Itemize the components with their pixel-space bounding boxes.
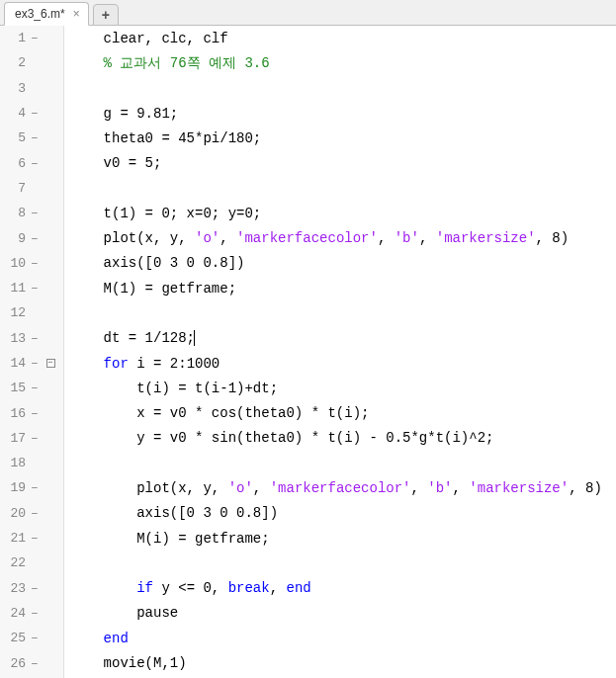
gutter-line[interactable]: 22 bbox=[0, 551, 63, 575]
code-line[interactable]: t(1) = 0; x=0; y=0; bbox=[70, 201, 616, 225]
code-token-plain: M(i) = getframe; bbox=[70, 531, 270, 547]
gutter-line[interactable]: 21– bbox=[0, 526, 63, 551]
code-token-plain: , bbox=[453, 480, 470, 496]
code-token-plain: , bbox=[253, 480, 270, 496]
executable-marker: – bbox=[26, 631, 44, 645]
executable-marker: – bbox=[26, 256, 44, 271]
gutter-line[interactable]: 14–− bbox=[0, 351, 63, 376]
code-line[interactable] bbox=[70, 451, 616, 475]
file-tab[interactable]: ex3_6.m* × bbox=[4, 2, 89, 26]
gutter-line[interactable]: 13– bbox=[0, 326, 63, 351]
gutter-line[interactable]: 18 bbox=[0, 451, 63, 475]
code-token-plain bbox=[70, 631, 104, 646]
code-line[interactable]: pause bbox=[70, 601, 616, 626]
line-number: 25 bbox=[0, 631, 26, 645]
code-line[interactable]: t(i) = t(i-1)+dt; bbox=[70, 376, 616, 400]
line-number: 15 bbox=[0, 381, 26, 395]
gutter-line[interactable]: 20– bbox=[0, 501, 63, 526]
code-line[interactable]: g = 9.81; bbox=[70, 101, 616, 126]
code-token-plain: y <= 0, bbox=[153, 580, 228, 596]
code-token-plain: clear, clc, clf bbox=[70, 31, 228, 46]
executable-marker: – bbox=[26, 480, 44, 495]
new-tab-button[interactable]: + bbox=[93, 4, 119, 26]
line-number: 8 bbox=[0, 206, 26, 220]
gutter-line[interactable]: 25– bbox=[0, 626, 63, 650]
code-token-plain: , 8) bbox=[536, 230, 570, 246]
gutter-line[interactable]: 7 bbox=[0, 176, 63, 201]
code-token-keyword: end bbox=[104, 631, 129, 646]
gutter-line[interactable]: 19– bbox=[0, 475, 63, 500]
line-number: 13 bbox=[0, 331, 26, 346]
code-token-plain: , bbox=[220, 230, 236, 246]
code-line[interactable]: M(1) = getframe; bbox=[70, 276, 616, 300]
code-line[interactable] bbox=[70, 76, 616, 101]
gutter-line[interactable]: 12 bbox=[0, 300, 63, 325]
gutter-line[interactable]: 3 bbox=[0, 76, 63, 101]
gutter-line[interactable]: 16– bbox=[0, 400, 63, 425]
gutter-line[interactable]: 9– bbox=[0, 225, 63, 250]
gutter-line[interactable]: 1– bbox=[0, 26, 63, 50]
line-number: 17 bbox=[0, 431, 26, 446]
gutter-line[interactable]: 23– bbox=[0, 576, 63, 601]
code-line[interactable]: movie(M,1) bbox=[70, 650, 616, 675]
code-token-plain: t(1) = 0; x=0; y=0; bbox=[70, 206, 261, 221]
executable-marker: – bbox=[26, 606, 44, 621]
code-editor[interactable]: 1–234–5–6–78–9–10–11–1213–14–−15–16–17–1… bbox=[0, 26, 616, 678]
code-line[interactable]: y = v0 * sin(theta0) * t(i) - 0.5*g*t(i)… bbox=[70, 426, 616, 451]
code-area[interactable]: clear, clc, clf % 교과서 76쪽 예제 3.6 g = 9.8… bbox=[64, 26, 616, 678]
code-token-comment: % 교과서 76쪽 예제 3.6 bbox=[70, 54, 270, 72]
code-line[interactable]: clear, clc, clf bbox=[70, 26, 616, 50]
code-line[interactable]: axis([0 3 0 0.8]) bbox=[70, 251, 616, 276]
code-token-plain: theta0 = 45*pi/180; bbox=[70, 130, 261, 146]
code-line[interactable]: plot(x, y, 'o', 'markerfacecolor', 'b', … bbox=[70, 225, 616, 250]
gutter-line[interactable]: 26– bbox=[0, 650, 63, 675]
code-line[interactable]: v0 = 5; bbox=[70, 150, 616, 175]
code-line[interactable] bbox=[70, 300, 616, 325]
line-number: 21 bbox=[0, 531, 26, 546]
fold-control[interactable]: − bbox=[44, 359, 57, 368]
code-token-string: 'o' bbox=[195, 230, 220, 246]
gutter-line[interactable]: 5– bbox=[0, 126, 63, 150]
code-token-plain: g = 9.81; bbox=[70, 106, 178, 122]
close-icon[interactable]: × bbox=[73, 8, 80, 20]
code-line[interactable]: % 교과서 76쪽 예제 3.6 bbox=[70, 50, 616, 75]
code-token-string: 'markersize' bbox=[469, 480, 569, 496]
executable-marker: – bbox=[26, 356, 44, 371]
line-number: 3 bbox=[0, 81, 26, 96]
code-line[interactable]: axis([0 3 0 0.8]) bbox=[70, 501, 616, 526]
code-line[interactable]: dt = 1/128; bbox=[70, 326, 616, 351]
code-token-string: 'o' bbox=[228, 480, 253, 496]
line-number: 22 bbox=[0, 555, 26, 570]
code-line[interactable]: M(i) = getframe; bbox=[70, 526, 616, 551]
gutter-line[interactable]: 2 bbox=[0, 50, 63, 75]
code-token-plain: , bbox=[411, 480, 428, 496]
gutter-line[interactable]: 10– bbox=[0, 251, 63, 276]
line-number: 1 bbox=[0, 31, 26, 45]
code-token-plain: t(i) = t(i-1)+dt; bbox=[70, 381, 278, 396]
code-line[interactable]: end bbox=[70, 626, 616, 650]
gutter-line[interactable]: 24– bbox=[0, 601, 63, 626]
fold-minus-icon[interactable]: − bbox=[46, 359, 55, 368]
code-line[interactable]: if y <= 0, break, end bbox=[70, 576, 616, 601]
code-token-plain: dt = 1/128; bbox=[70, 330, 195, 346]
code-token-plain: v0 = 5; bbox=[70, 155, 161, 171]
line-number: 14 bbox=[0, 356, 26, 371]
gutter-line[interactable]: 4– bbox=[0, 101, 63, 126]
line-number: 6 bbox=[0, 156, 26, 171]
line-number: 19 bbox=[0, 480, 26, 495]
code-line[interactable]: for i = 2:1000 bbox=[70, 351, 616, 376]
code-token-string: 'markerfacecolor' bbox=[270, 480, 411, 496]
executable-marker: – bbox=[26, 331, 44, 346]
code-line[interactable]: theta0 = 45*pi/180; bbox=[70, 126, 616, 150]
line-number: 24 bbox=[0, 606, 26, 621]
code-line[interactable] bbox=[70, 176, 616, 201]
gutter-line[interactable]: 6– bbox=[0, 150, 63, 175]
gutter-line[interactable]: 15– bbox=[0, 376, 63, 400]
code-line[interactable]: x = v0 * cos(theta0) * t(i); bbox=[70, 400, 616, 425]
gutter-line[interactable]: 11– bbox=[0, 276, 63, 300]
gutter-line[interactable]: 8– bbox=[0, 201, 63, 225]
gutter-line[interactable]: 17– bbox=[0, 426, 63, 451]
code-line[interactable] bbox=[70, 551, 616, 575]
code-line[interactable]: plot(x, y, 'o', 'markerfacecolor', 'b', … bbox=[70, 475, 616, 500]
code-token-keyword: break bbox=[228, 580, 270, 596]
